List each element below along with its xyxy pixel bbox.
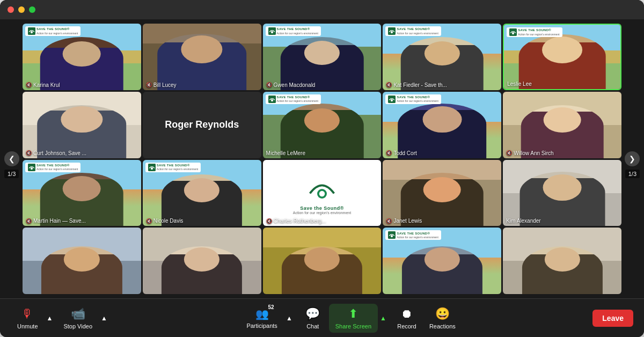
save-sound-badge: Save the Sound®Action for our region's e… [145, 163, 201, 172]
record-label: Record [397, 323, 416, 329]
video-cell-partial-4[interactable]: Save the Sound®Action for our region's e… [383, 228, 501, 294]
video-cell-curt-johnson[interactable]: 🔇 Curt Johnson, Save ... [23, 92, 141, 158]
close-button[interactable] [8, 6, 14, 13]
microphone-muted-icon: 🎙 [21, 307, 33, 321]
toolbar: 🎙 Unmute ▲ 📹 Stop Video ▲ 👥 52 Participa… [0, 298, 644, 337]
name-tag: 🔇 Janet Lewis [386, 218, 422, 224]
participants-icon: 👥 [255, 308, 269, 320]
name-tag: 🔇 Martin Hain — Save... [26, 218, 86, 224]
minimize-button[interactable] [18, 6, 25, 13]
mute-icon: 🔇 [386, 218, 392, 224]
stop-video-button[interactable]: 📹 Stop Video [57, 304, 99, 333]
svg-point-9 [270, 99, 273, 101]
chat-label: Chat [306, 323, 319, 329]
name-tag: Michelle LeMere [266, 150, 305, 156]
share-screen-label: Share Screen [335, 323, 371, 329]
svg-point-3 [270, 31, 273, 33]
svg-point-18 [319, 191, 325, 197]
unmute-label: Unmute [17, 323, 38, 329]
video-cell-partial-2[interactable] [143, 228, 261, 294]
mute-icon: 🔇 [26, 218, 32, 224]
video-camera-icon: 📹 [71, 307, 85, 321]
video-cell-partial-3[interactable] [263, 228, 382, 294]
participants-chevron[interactable]: ▲ [284, 312, 295, 324]
name-tag: 🔇 Gwen Macdonald [266, 82, 316, 88]
name-tag: 🔇 Nicole Davis [146, 218, 184, 224]
video-grid: Save the Sound®Action for our region's e… [0, 19, 644, 298]
leave-button[interactable]: Leave [592, 310, 633, 327]
save-sound-badge: Save the Sound®Action for our region's e… [507, 27, 562, 37]
mute-icon: 🔇 [506, 150, 512, 156]
mute-icon: 🔇 [26, 82, 32, 87]
prev-page-arrow[interactable]: ❮ [4, 151, 19, 166]
share-screen-button[interactable]: ⬆ Share Screen [329, 304, 378, 333]
zoom-window: ❮ 1/3 ❯ 1/3 Save the Sound®Action for ou… [0, 0, 644, 337]
stop-video-label: Stop Video [63, 323, 92, 329]
mute-icon: 🔇 [266, 218, 272, 224]
name-tag: 🔇 Bill Lucey [146, 82, 177, 88]
video-cell-todd-cort[interactable]: Save the Sound®Action for our region's e… [383, 92, 501, 158]
video-cell-willow-sirch[interactable]: 🔇 Willow Ann Sirch [503, 92, 621, 158]
svg-point-13 [31, 167, 33, 170]
name-tag: Leslie Lee [507, 81, 532, 87]
page-indicator-left: 1/3 [4, 170, 19, 178]
video-cell-kim-alexander[interactable]: Kim Alexander [503, 160, 621, 226]
video-cell-bill-lucey[interactable]: 🔇 Bill Lucey [143, 24, 261, 90]
name-tag: 🔇 Willow Ann Sirch [506, 150, 553, 156]
video-cell-janet-lewis[interactable]: 🔇 Janet Lewis [383, 160, 501, 226]
name-tag: Kim Alexander [506, 218, 540, 224]
svg-point-20 [391, 235, 393, 237]
video-area: ❮ 1/3 ❯ 1/3 Save the Sound®Action for ou… [0, 19, 644, 298]
video-chevron[interactable]: ▲ [99, 312, 109, 324]
save-sound-badge: Save the Sound®Action for our region's e… [25, 26, 80, 36]
video-cell-kat-fiedler[interactable]: Save the Sound®Action for our region's e… [383, 24, 501, 90]
share-screen-icon: ⬆ [348, 307, 358, 321]
record-button[interactable]: ⏺ Record [391, 304, 423, 333]
svg-point-11 [391, 99, 393, 101]
video-cell-roger-reynolds[interactable]: Roger Reynolds [143, 92, 261, 158]
fullscreen-button[interactable] [29, 6, 35, 13]
save-sound-badge: Save the Sound®Action for our region's e… [25, 163, 80, 172]
video-cell-michelle-lemere[interactable]: Save the Sound®Action for our region's e… [263, 92, 382, 158]
chat-button[interactable]: 💬 Chat [297, 304, 329, 333]
unmute-button[interactable]: 🎙 Unmute [11, 304, 45, 333]
page-indicator-right: 1/3 [625, 170, 640, 178]
reactions-label: Reactions [429, 323, 456, 329]
svg-point-15 [151, 167, 153, 170]
reactions-icon: 😀 [435, 307, 450, 321]
name-tag: 🔇 Karina Krul [26, 82, 60, 88]
mute-icon: 🔇 [386, 150, 392, 156]
svg-point-7 [512, 32, 514, 34]
video-cell-partial-5[interactable] [503, 228, 621, 294]
save-sound-badge: Save the Sound®Action for our region's e… [385, 94, 441, 104]
mute-icon: 🔇 [386, 82, 392, 87]
save-sound-badge: Save the Sound®Action for our region's e… [266, 26, 321, 36]
participants-label: Participants [246, 323, 277, 329]
traffic-lights [8, 6, 35, 13]
mute-icon: 🔇 [146, 218, 152, 224]
video-cell-leslie-lee[interactable]: Save the Sound®Action for our region's e… [503, 24, 621, 90]
mute-icon: 🔇 [26, 150, 32, 156]
share-screen-chevron[interactable]: ▲ [378, 312, 389, 324]
name-tag: 🔇 Kat Fiedler - Save th... [386, 82, 447, 88]
participants-count-badge: 52 [268, 304, 274, 310]
video-cell-charles-rothenberg[interactable]: Save the Sound® Action for our region's … [263, 160, 382, 226]
mute-icon: 🔇 [266, 82, 272, 87]
reactions-button[interactable]: 😀 Reactions [423, 304, 462, 333]
video-cell-nicole-davis[interactable]: Save the Sound®Action for our region's e… [143, 160, 261, 226]
video-cell-gwen-macdonald[interactable]: Save the Sound®Action for our region's e… [263, 24, 382, 90]
video-cell-karina-krul[interactable]: Save the Sound®Action for our region's e… [23, 24, 141, 90]
video-cell-partial-1[interactable] [23, 228, 141, 294]
next-page-arrow[interactable]: ❯ [625, 151, 640, 166]
name-tag: 🔇 Charles Rothenberg... [266, 218, 326, 224]
mute-icon: 🔇 [146, 82, 152, 87]
participants-button[interactable]: 👥 52 Participants [240, 304, 283, 332]
record-icon: ⏺ [401, 307, 413, 321]
title-bar [0, 0, 644, 19]
svg-point-1 [31, 31, 33, 33]
save-sound-badge: Save the Sound®Action for our region's e… [385, 26, 441, 36]
unmute-chevron[interactable]: ▲ [45, 312, 55, 324]
video-cell-martin-hain[interactable]: Save the Sound®Action for our region's e… [23, 160, 141, 226]
svg-point-5 [391, 31, 393, 33]
chat-icon: 💬 [305, 307, 320, 321]
